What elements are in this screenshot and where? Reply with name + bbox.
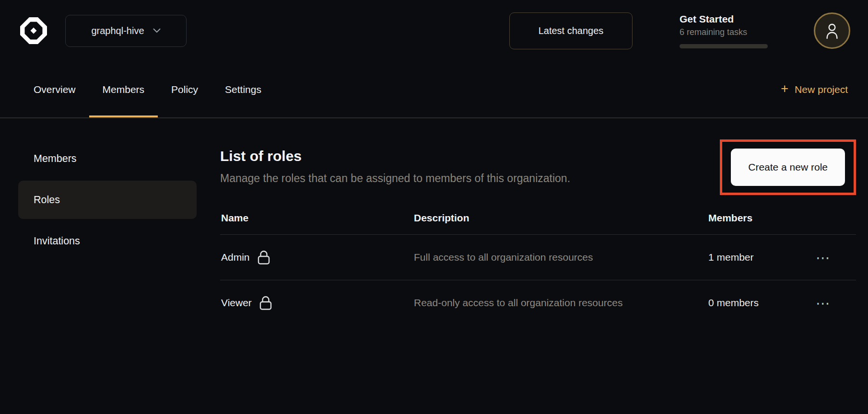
roles-table-header: Name Description Members — [220, 207, 856, 235]
members-sidebar: Members Roles Invitations — [0, 118, 211, 413]
tab-settings[interactable]: Settings — [211, 61, 275, 117]
table-row-viewer: Viewer Read-only access to all organizat… — [220, 280, 856, 325]
roles-table: Name Description Members Admin Full acce… — [220, 207, 856, 325]
sidebar-item-members[interactable]: Members — [18, 139, 197, 178]
role-name-cell: Viewer — [221, 296, 414, 310]
role-name: Viewer — [221, 297, 252, 309]
sidebar-item-roles[interactable]: Roles — [18, 181, 197, 219]
role-members-count: 0 members — [708, 297, 816, 309]
get-started-progress-bar — [680, 44, 768, 48]
organization-name: graphql-hive — [91, 25, 144, 36]
plus-icon: + — [781, 82, 788, 95]
row-menu-button[interactable]: ⋯ — [816, 299, 855, 307]
sidebar-item-invitations[interactable]: Invitations — [18, 222, 197, 260]
lock-icon — [259, 296, 272, 310]
organization-selector[interactable]: graphql-hive — [65, 15, 187, 47]
role-members-count: 1 member — [708, 252, 816, 263]
row-menu-button[interactable]: ⋯ — [816, 254, 855, 261]
table-row-admin: Admin Full access to all organization re… — [220, 235, 856, 280]
column-header-description: Description — [414, 212, 708, 224]
tab-overview[interactable]: Overview — [20, 61, 89, 117]
get-started-title: Get Started — [680, 13, 768, 25]
lock-icon — [258, 250, 270, 264]
tab-members[interactable]: Members — [89, 61, 158, 117]
user-avatar[interactable] — [814, 12, 850, 49]
annotation-highlight-box: Create a new role — [720, 139, 856, 195]
create-new-role-button[interactable]: Create a new role — [731, 149, 845, 186]
page-title: List of roles — [220, 148, 570, 164]
chevron-down-icon — [153, 28, 161, 33]
role-name-cell: Admin — [221, 250, 414, 264]
get-started-subtitle: 6 remaining tasks — [680, 27, 768, 37]
column-header-members: Members — [708, 212, 816, 224]
get-started-widget[interactable]: Get Started 6 remaining tasks — [680, 13, 768, 48]
latest-changes-button[interactable]: Latest changes — [509, 12, 633, 49]
roles-panel: List of roles Manage the roles that can … — [211, 118, 868, 413]
content-area: Members Roles Invitations List of roles … — [0, 118, 868, 413]
new-project-link[interactable]: + New project — [781, 61, 848, 117]
tab-policy[interactable]: Policy — [158, 61, 211, 117]
new-project-label: New project — [795, 84, 848, 95]
user-icon — [824, 22, 840, 39]
roles-title-block: List of roles Manage the roles that can … — [220, 148, 570, 185]
org-tab-bar: Overview Members Policy Settings + New p… — [0, 61, 868, 118]
column-header-name: Name — [221, 212, 414, 224]
page-subtitle: Manage the roles that can be assigned to… — [220, 172, 570, 185]
roles-header-row: List of roles Manage the roles that can … — [220, 118, 856, 195]
role-description: Full access to all organization resource… — [414, 248, 663, 266]
role-description: Read-only access to all organization res… — [414, 294, 663, 312]
top-header: graphql-hive Latest changes Get Started … — [0, 0, 868, 61]
role-name: Admin — [221, 252, 250, 263]
hive-logo-icon[interactable] — [18, 15, 49, 46]
